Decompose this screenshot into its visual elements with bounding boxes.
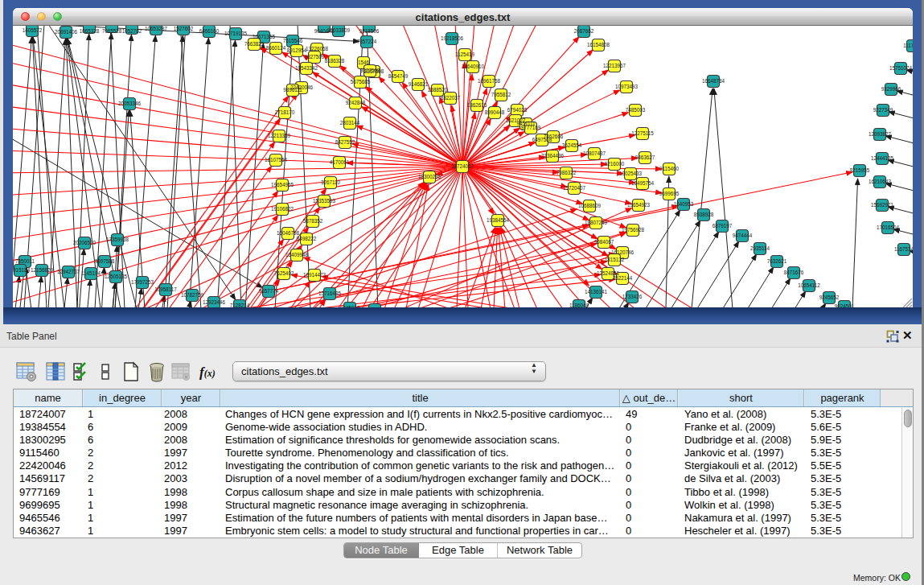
svg-text:12213967: 12213967 xyxy=(603,63,626,68)
svg-text:21364436: 21364436 xyxy=(541,153,565,159)
svg-text:19756928: 19756928 xyxy=(622,227,645,233)
svg-text:8498222: 8498222 xyxy=(297,236,317,241)
svg-text:10653287: 10653287 xyxy=(145,26,168,31)
svg-text:19106822: 19106822 xyxy=(271,206,294,212)
svg-text:3915184: 3915184 xyxy=(13,267,31,273)
svg-text:9699695: 9699695 xyxy=(659,191,680,196)
svg-text:16409948: 16409948 xyxy=(285,252,309,257)
svg-text:15720407: 15720407 xyxy=(563,185,586,191)
svg-text:9186032: 9186032 xyxy=(365,307,385,307)
svg-text:6794028: 6794028 xyxy=(507,107,528,113)
svg-text:8322037: 8322037 xyxy=(441,95,461,101)
svg-text:12444135: 12444135 xyxy=(871,155,894,161)
svg-text:20206570: 20206570 xyxy=(73,240,97,245)
svg-text:7462666: 7462666 xyxy=(544,134,564,139)
svg-text:8454749: 8454749 xyxy=(388,73,409,79)
svg-text:1640953: 1640953 xyxy=(674,201,694,207)
svg-text:17359938: 17359938 xyxy=(106,237,129,242)
svg-text:19218506: 19218506 xyxy=(441,35,464,41)
svg-text:18495754: 18495754 xyxy=(631,180,655,186)
svg-text:4170061: 4170061 xyxy=(330,159,350,165)
svg-text:8938928: 8938928 xyxy=(694,212,714,217)
svg-text:8215955: 8215955 xyxy=(850,167,870,173)
svg-text:14136141: 14136141 xyxy=(585,289,608,295)
svg-text:1117534: 1117534 xyxy=(903,43,913,48)
svg-text:8990448: 8990448 xyxy=(485,109,505,115)
svg-text:10782759: 10782759 xyxy=(181,292,204,298)
svg-text:1588520: 1588520 xyxy=(428,87,448,93)
svg-text:1167534: 1167534 xyxy=(894,246,913,252)
svg-text:16120746: 16120746 xyxy=(611,249,634,255)
svg-text:13226058: 13226058 xyxy=(306,46,329,51)
svg-text:8186328: 8186328 xyxy=(325,58,345,64)
svg-text:9084067: 9084067 xyxy=(594,239,614,245)
svg-text:16648784: 16648784 xyxy=(702,78,725,84)
svg-text:1052762: 1052762 xyxy=(122,28,142,34)
svg-text:7986322: 7986322 xyxy=(556,170,577,175)
svg-text:1527602: 1527602 xyxy=(174,26,194,31)
svg-text:7357224: 7357224 xyxy=(357,39,377,44)
svg-text:12942737: 12942737 xyxy=(57,269,80,274)
svg-text:18807249: 18807249 xyxy=(585,220,608,225)
svg-text:15751074: 15751074 xyxy=(889,65,913,71)
svg-text:9245012: 9245012 xyxy=(340,305,360,307)
svg-text:20053346: 20053346 xyxy=(118,101,142,106)
svg-text:3624554: 3624554 xyxy=(562,142,582,148)
svg-text:16046798: 16046798 xyxy=(277,230,300,236)
svg-text:1145194: 1145194 xyxy=(81,270,101,276)
svg-text:9896111: 9896111 xyxy=(283,87,302,93)
svg-text:15353593: 15353593 xyxy=(313,198,336,204)
svg-text:1815132: 1815132 xyxy=(605,257,625,262)
svg-text:9227349: 9227349 xyxy=(873,107,893,113)
svg-text:8471676: 8471676 xyxy=(784,270,804,275)
svg-text:7625402: 7625402 xyxy=(274,270,294,276)
svg-text:9474444: 9474444 xyxy=(733,233,753,238)
svg-text:16033809: 16033809 xyxy=(327,27,351,33)
svg-text:16671355: 16671355 xyxy=(253,34,276,39)
svg-text:16154808: 16154808 xyxy=(587,42,610,47)
svg-text:17016504: 17016504 xyxy=(877,225,900,230)
svg-text:16210643: 16210643 xyxy=(869,179,892,184)
svg-text:1186049: 1186049 xyxy=(569,303,589,307)
svg-text:7632621: 7632621 xyxy=(767,258,787,264)
svg-text:6216000: 6216000 xyxy=(605,161,625,167)
svg-text:19654955: 19654955 xyxy=(271,182,294,187)
svg-text:18640910: 18640910 xyxy=(462,64,485,69)
svg-text:10025433: 10025433 xyxy=(619,171,643,176)
svg-text:16914473: 16914473 xyxy=(303,272,326,278)
svg-text:5878352: 5878352 xyxy=(303,218,323,224)
svg-text:12505135: 12505135 xyxy=(105,274,128,279)
svg-text:15692971: 15692971 xyxy=(871,202,894,208)
svg-text:20691406: 20691406 xyxy=(55,29,78,35)
svg-text:10973493: 10973493 xyxy=(615,84,639,89)
svg-text:1362615: 1362615 xyxy=(467,102,487,108)
svg-text:10688609: 10688609 xyxy=(578,203,602,208)
svg-text:12156829: 12156829 xyxy=(31,267,54,273)
svg-text:16961758: 16961758 xyxy=(478,78,501,84)
svg-text:5675685: 5675685 xyxy=(351,79,371,84)
svg-text:1546: 1546 xyxy=(358,60,370,65)
svg-text:19384554: 19384554 xyxy=(487,217,510,223)
svg-text:1405572: 1405572 xyxy=(23,27,43,33)
svg-text:16107554: 16107554 xyxy=(265,157,288,163)
svg-text:18300295: 18300295 xyxy=(418,174,441,179)
svg-text:19654923: 19654923 xyxy=(627,202,651,208)
svg-text:7850011: 7850011 xyxy=(15,258,35,264)
svg-text:9024501: 9024501 xyxy=(835,303,855,307)
svg-text:9657774: 9657774 xyxy=(259,288,279,294)
svg-text:10807487: 10807487 xyxy=(583,150,606,156)
svg-text:9777169: 9777169 xyxy=(521,125,541,130)
svg-text:17957253: 17957253 xyxy=(131,279,154,285)
svg-text:12213369: 12213369 xyxy=(268,133,291,138)
svg-text:10654112: 10654112 xyxy=(798,282,820,288)
svg-text:12923446: 12923446 xyxy=(203,299,226,305)
svg-text:2522144: 2522144 xyxy=(613,275,633,281)
svg-text:9245652: 9245652 xyxy=(819,295,840,300)
svg-text:1125419: 1125419 xyxy=(455,51,475,57)
svg-text:18724007: 18724007 xyxy=(451,163,474,169)
svg-text:8427552: 8427552 xyxy=(335,139,355,145)
svg-text:6466160: 6466160 xyxy=(199,28,220,34)
svg-text:9827509: 9827509 xyxy=(305,54,325,60)
svg-text:1733426: 1733426 xyxy=(622,294,643,299)
svg-text:2935114: 2935114 xyxy=(750,245,770,251)
